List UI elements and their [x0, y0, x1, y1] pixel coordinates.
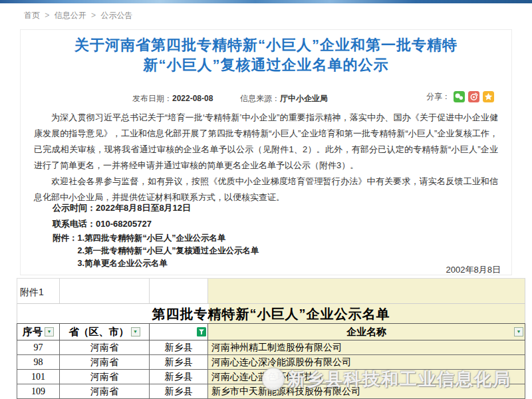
- header-cell-seq: 序号 ▼: [17, 324, 60, 340]
- table-row: 97 河南省 新乡县 河南神州精工制造股份有限公司: [17, 340, 525, 355]
- article-meta: 发布日期：2022-08-08 信息来源：厅中小企业局 分享：: [21, 91, 511, 106]
- header-label-province: 省（区、市）: [69, 326, 129, 338]
- header-cell-county: [150, 324, 208, 340]
- filter-dropdown-icon[interactable]: ▼: [45, 327, 54, 336]
- attachments-block: 附件： 1.第四批专精特新“小巨人”企业公示名单 2.第一批专精特新“小巨人”复…: [53, 232, 259, 270]
- cell-company: 新乡市中天新能源科技股份有限公司: [208, 384, 525, 399]
- filter-dropdown-icon[interactable]: ▼: [131, 327, 140, 336]
- article-card: 关于河南省第四批专精特新“小巨人”企业和第一批专精特 新“小巨人”复核通过企业名…: [20, 29, 512, 275]
- cell-company: 河南心连心深冷能源股份有限公司: [208, 355, 525, 370]
- breadcrumb: 首页 > 信息公开 > 公示公告: [24, 10, 135, 21]
- page-title: 关于河南省第四批专精特新“小巨人”企业和第一批专精特 新“小巨人”复核通过企业名…: [21, 35, 511, 75]
- publish-date-label: 发布日期：: [132, 94, 172, 103]
- page-title-line1: 关于河南省第四批专精特新“小巨人”企业和第一批专精特: [21, 35, 511, 55]
- cell-province: 河南省: [60, 340, 150, 355]
- table-row: 101 河南省 新乡县 河南心连心蓝色环保科技（: [17, 370, 525, 384]
- publish-date: 发布日期：2022-08-08: [132, 93, 213, 104]
- table-row: 109 河南省 新乡县 新乡市中天新能源科技股份有限公司: [17, 384, 525, 399]
- cell-province: 河南省: [60, 370, 150, 384]
- cell-seq: 109: [17, 384, 60, 399]
- annex-cell: [208, 279, 525, 303]
- cell-seq: 98: [17, 355, 60, 370]
- article-body: 为深入贯彻习近平总书记关于“培育一批‘专精特新’中小企业”的重要指示精神，落实中…: [21, 110, 511, 205]
- cell-county: 新乡县: [150, 340, 208, 355]
- wechat-share-icon[interactable]: [454, 91, 465, 102]
- cell-seq: 97: [17, 340, 60, 355]
- breadcrumb-announcements: 公示公告: [100, 11, 132, 20]
- weibo-share-icon[interactable]: [468, 91, 479, 102]
- annex-cell: 附件1: [17, 279, 60, 303]
- cell-province: 河南省: [60, 384, 150, 399]
- article-date: 2002年8月8日: [446, 264, 501, 276]
- table-row: 98 河南省 新乡县 河南心连心深冷能源股份有限公司: [17, 355, 525, 370]
- cell-company: 河南神州精工制造股份有限公司: [208, 340, 525, 355]
- top-gradient-bar: [0, 0, 532, 3]
- sheet-header-row: 序号 ▼ 省（区、市） ▼ 企业名称 ▼: [17, 323, 525, 340]
- attachment-link-3[interactable]: 3.简单更名企业公示名单: [78, 257, 259, 270]
- share-bar: 分享：: [426, 91, 494, 102]
- breadcrumb-separator: >: [91, 11, 96, 20]
- page-title-line2: 新“小巨人”复核通过企业名单的公示: [21, 55, 511, 75]
- contact-phone: 联系电话：010-68205727: [53, 216, 498, 232]
- filter-dropdown-icon[interactable]: ▼: [514, 327, 523, 336]
- publicity-period: 公示时间：2022年8月8日至8月12日: [53, 200, 498, 216]
- publish-date-value: 2022-08-08: [172, 94, 213, 103]
- cell-company: 河南心连心蓝色环保科技（: [208, 370, 525, 384]
- cell-county: 新乡县: [150, 355, 208, 370]
- attachment-link-1[interactable]: 1.第四批专精特新“小巨人”企业公示名单: [78, 232, 259, 245]
- contact-info: 公示时间：2022年8月8日至8月12日 联系电话：010-68205727: [21, 200, 511, 232]
- header-label-company: 企业名称: [346, 326, 386, 338]
- header-cell-province: 省（区、市） ▼: [60, 324, 150, 340]
- active-filter-funnel-icon[interactable]: [197, 327, 206, 336]
- annex-label-row: 附件1: [17, 278, 525, 303]
- header-label-seq: 序号: [23, 326, 43, 338]
- cell-seq: 101: [17, 370, 60, 384]
- favorite-star-icon[interactable]: [483, 91, 494, 102]
- annex-label: 附件1: [17, 287, 44, 303]
- cell-county: 新乡县: [150, 384, 208, 399]
- share-label: 分享：: [426, 91, 450, 102]
- cell-province: 河南省: [60, 355, 150, 370]
- attachments-list: 1.第四批专精特新“小巨人”企业公示名单 2.第一批专精特新“小巨人”复核通过企…: [78, 232, 259, 270]
- breadcrumb-home[interactable]: 首页: [24, 11, 40, 20]
- annex-spreadsheet: 附件1 第四批专精特新“小巨人”企业公示名单 序号 ▼ 省（区、市） ▼ 企业名…: [17, 278, 525, 399]
- info-source: 信息来源：厅中小企业局: [240, 93, 328, 104]
- cell-county: 新乡县: [150, 370, 208, 384]
- info-source-value: 厅中小企业局: [280, 94, 328, 103]
- paragraph-1: 为深入贯彻习近平总书记关于“培育一批‘专精特新’中小企业”的重要指示精神，落实中…: [34, 110, 498, 174]
- breadcrumb-info-disclosure[interactable]: 信息公开: [55, 11, 86, 20]
- info-source-label: 信息来源：: [240, 94, 280, 103]
- sheet-title: 第四批专精特新“小巨人”企业公示名单: [17, 303, 525, 323]
- header-cell-company: 企业名称 ▼: [208, 324, 525, 340]
- annex-cell: [60, 279, 150, 303]
- attachment-link-2[interactable]: 2.第一批专精特新“小巨人”复核通过企业公示名单: [78, 245, 259, 257]
- attachments-label: 附件：: [53, 232, 78, 270]
- breadcrumb-separator: >: [45, 11, 49, 20]
- annex-cell: [150, 279, 208, 303]
